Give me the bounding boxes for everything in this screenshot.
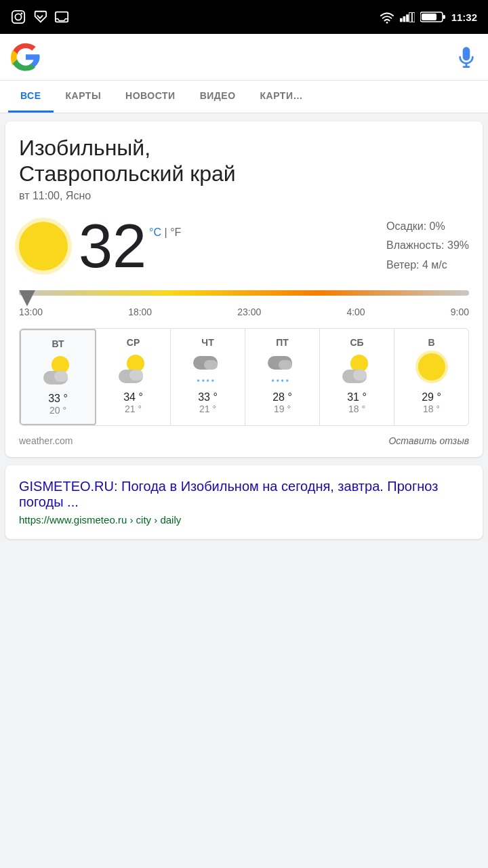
forecast-day-вт[interactable]: ВТ 33 °20 ° [20, 329, 96, 425]
svg-point-2 [21, 13, 23, 15]
review-link[interactable]: Оставить отзыв [388, 435, 469, 446]
day-label: В [399, 337, 464, 348]
weather-details: Осадки: 0% Влажность: 39% Ветер: 4 м/с [386, 217, 469, 275]
day-weather-icon: •• •• [192, 353, 224, 386]
city-name: Изобильный, Ставропольский край [19, 135, 469, 187]
tab-video[interactable]: ВИДЕО [188, 81, 248, 113]
card-footer: weather.com Оставить отзыв [19, 435, 469, 446]
day-weather-icon [42, 355, 75, 387]
day-lo-temp: 21 ° [100, 403, 166, 414]
day-label: СБ [324, 337, 390, 348]
weather-source: weather.com [19, 435, 73, 446]
google-logo [11, 42, 41, 72]
day-lo-temp: 18 ° [399, 403, 464, 414]
day-hi-temp: 34 ° [100, 391, 166, 403]
day-weather-icon: •• •• [266, 353, 299, 386]
timeline-bar-container [19, 290, 469, 301]
temperature-timeline: 13:00 18:00 23:00 4:00 9:00 [19, 290, 469, 317]
forecast-day-сб[interactable]: СБ 31 °18 ° [320, 329, 394, 425]
svg-rect-6 [403, 16, 405, 22]
pocket-icon [33, 9, 47, 24]
day-hi-temp: 28 ° [249, 391, 315, 403]
search-input[interactable]: погода Изобильный [50, 50, 446, 65]
day-lo-temp: 21 ° [175, 403, 241, 414]
forecast-day-пт[interactable]: ПТ •• •• 28 °19 ° [245, 329, 320, 425]
day-lo-temp: 20 ° [25, 405, 91, 416]
forecast-day-ср[interactable]: СР 34 °21 ° [96, 329, 171, 425]
precipitation: Осадки: 0% [386, 217, 469, 237]
search-result: GISMETEO.RU: Погода в Изобильном на сего… [5, 465, 483, 539]
timeline-bar [19, 290, 469, 296]
day-label: ПТ [249, 337, 315, 348]
temperature-block: 32 °C | °F [79, 216, 181, 277]
result-title[interactable]: GISMETEO.RU: Погода в Изобильном на сего… [19, 479, 469, 510]
day-label: СР [100, 337, 166, 348]
svg-rect-5 [400, 18, 403, 22]
wifi-icon [380, 9, 394, 24]
time-display: 11:32 [451, 12, 477, 23]
svg-rect-9 [412, 13, 415, 22]
tab-maps[interactable]: КАРТЫ [54, 81, 114, 113]
svg-rect-0 [12, 11, 24, 23]
inbox-icon [54, 9, 69, 24]
temperature-units: °C | °F [149, 226, 181, 239]
day-label: ЧТ [175, 337, 241, 348]
mic-icon[interactable] [455, 46, 477, 68]
svg-rect-7 [406, 14, 409, 22]
day-hi-temp: 33 ° [25, 393, 91, 405]
current-weather: 32 °C | °F Осадки: 0% Влажность: 39% Вет… [19, 216, 469, 277]
status-left-icons [11, 9, 69, 24]
battery-icon [420, 11, 446, 23]
weekly-forecast: ВТ 33 °20 °СР 34 °21 °ЧТ •• •• 33 °21 °П… [19, 328, 469, 426]
result-url[interactable]: https://www.gismeteo.ru › city › daily [19, 514, 469, 526]
svg-rect-11 [443, 15, 445, 19]
status-bar: 11:32 [0, 0, 488, 34]
tab-images[interactable]: КАРТИ… [248, 81, 315, 113]
weather-card: Изобильный, Ставропольский край вт 11:00… [5, 121, 483, 457]
day-hi-temp: 31 ° [324, 391, 390, 403]
svg-rect-8 [409, 13, 411, 22]
sun-icon [19, 222, 68, 271]
svg-point-1 [15, 14, 21, 20]
day-hi-temp: 33 ° [175, 391, 241, 403]
day-hi-temp: 29 ° [399, 391, 464, 403]
day-lo-temp: 18 ° [324, 403, 390, 414]
status-right-info: 11:32 [380, 9, 477, 24]
search-tabs: ВСЕ КАРТЫ НОВОСТИ ВИДЕО КАРТИ… [0, 81, 488, 113]
timeline-times: 13:00 18:00 23:00 4:00 9:00 [19, 307, 469, 317]
signal-icon [400, 12, 415, 22]
temperature-value: 32 [79, 216, 146, 277]
timeline-marker [19, 290, 35, 307]
wind: Ветер: 4 м/с [386, 256, 469, 275]
day-label: ВТ [25, 338, 91, 349]
forecast-day-чт[interactable]: ЧТ •• •• 33 °21 ° [171, 329, 245, 425]
svg-point-4 [386, 22, 388, 24]
day-weather-icon [415, 353, 448, 386]
forecast-day-в[interactable]: В29 °18 ° [394, 329, 468, 425]
instagram-icon [11, 9, 26, 24]
svg-rect-12 [422, 14, 436, 20]
day-weather-icon [341, 353, 373, 386]
humidity: Влажность: 39% [386, 236, 469, 256]
weather-datetime: вт 11:00, Ясно [19, 190, 469, 202]
day-weather-icon [117, 353, 150, 386]
tab-news[interactable]: НОВОСТИ [113, 81, 188, 113]
day-lo-temp: 19 ° [249, 403, 315, 414]
search-bar: погода Изобильный [0, 34, 488, 81]
tab-all[interactable]: ВСЕ [8, 81, 54, 113]
